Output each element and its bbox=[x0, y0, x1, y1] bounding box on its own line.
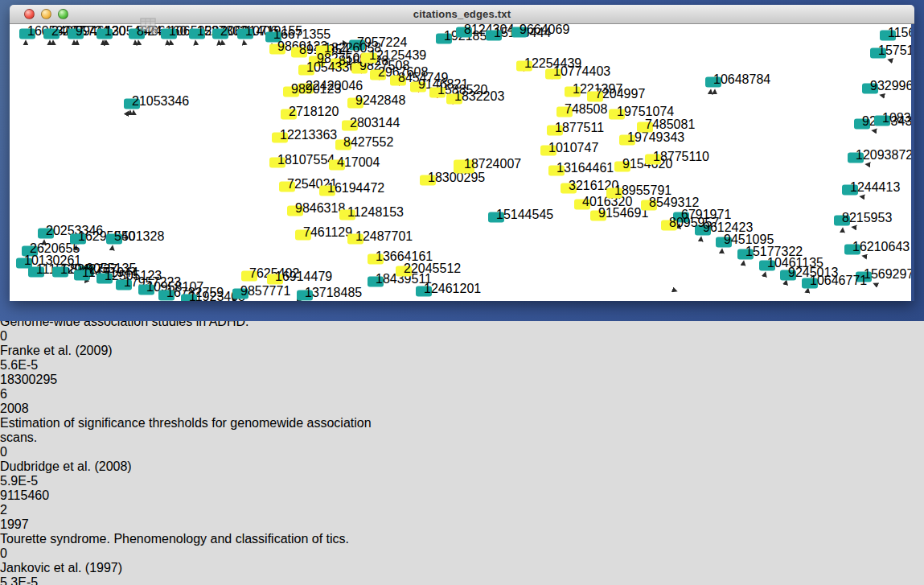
graph-node[interactable]: 12093872 bbox=[848, 148, 911, 163]
table-cell[interactable]: 9115460 bbox=[0, 488, 77, 503]
graph-node[interactable]: 18107554 bbox=[269, 153, 335, 168]
svg-text:15692971: 15692971 bbox=[864, 267, 911, 281]
table-cell[interactable]: 2008 bbox=[0, 402, 53, 416]
graph-node[interactable]: 21053346 bbox=[124, 94, 189, 109]
graph-node[interactable]: 15144545 bbox=[488, 208, 553, 223]
svg-text:2718120: 2718120 bbox=[289, 105, 339, 118]
table-cell[interactable]: Tourette syndrome. Phenomenology and cla… bbox=[0, 532, 400, 546]
svg-text:15144545: 15144545 bbox=[496, 208, 553, 221]
table-row[interactable]: 911546021997Tourette syndrome. Phenomeno… bbox=[0, 488, 924, 585]
table-cell[interactable]: Estimation of significance thresholds fo… bbox=[0, 416, 400, 445]
graph-node[interactable]: 13164461 bbox=[548, 161, 614, 176]
graph-node[interactable]: 13718485 bbox=[297, 286, 362, 301]
table-cell[interactable]: 5.3E-5 bbox=[0, 575, 77, 585]
graph-node[interactable]: 18775110 bbox=[645, 150, 709, 165]
svg-text:8095957: 8095957 bbox=[669, 216, 719, 229]
svg-text:10832803: 10832803 bbox=[882, 111, 911, 125]
graph-node[interactable]: 748508 bbox=[556, 102, 607, 117]
graph-node[interactable]: 16210643 bbox=[844, 240, 910, 255]
graph-node[interactable]: 9857771 bbox=[232, 284, 290, 299]
graph-node[interactable]: 1877511 bbox=[547, 121, 604, 136]
svg-text:11563958: 11563958 bbox=[888, 26, 911, 39]
graph-node[interactable]: 9890123 bbox=[283, 82, 341, 97]
graph-node[interactable]: 11563958 bbox=[880, 26, 911, 41]
graph-node[interactable]: 18300295 bbox=[420, 171, 485, 186]
svg-text:18724007: 18724007 bbox=[464, 157, 521, 171]
graph-node[interactable]: 18724007 bbox=[454, 157, 521, 174]
svg-text:9329966: 9329966 bbox=[870, 79, 911, 93]
graph-node[interactable]: 16914479 bbox=[267, 270, 332, 285]
graph-node[interactable]: 12213363 bbox=[272, 128, 337, 143]
table-cell[interactable]: 1997 bbox=[0, 517, 53, 532]
graph-node[interactable]: 1832203 bbox=[446, 89, 504, 105]
table-cell[interactable]: 0 bbox=[0, 329, 60, 344]
svg-text:12125439: 12125439 bbox=[369, 48, 426, 62]
svg-text:19751074: 19751074 bbox=[617, 105, 674, 118]
graph-node[interactable]: 12487701 bbox=[347, 229, 413, 245]
graph-node[interactable]: 9329966 bbox=[862, 79, 911, 94]
svg-text:5501328: 5501328 bbox=[114, 229, 164, 243]
svg-text:417004: 417004 bbox=[337, 155, 380, 169]
graph-node[interactable]: 9664069 bbox=[511, 24, 569, 38]
table-cell[interactable]: 5.6E-5 bbox=[0, 358, 77, 373]
table-cell[interactable]: Jankovic et al. (1997) bbox=[0, 561, 132, 575]
svg-text:7461129: 7461129 bbox=[303, 225, 352, 239]
svg-text:1877511: 1877511 bbox=[555, 121, 604, 134]
network-canvas[interactable]: 1605328724055724994642013054624846616010… bbox=[10, 24, 911, 301]
graph-node[interactable]: 7485081 bbox=[637, 117, 695, 133]
graph-node[interactable]: 9154691 bbox=[590, 206, 648, 221]
table-cell[interactable]: 5.9E-5 bbox=[0, 474, 77, 488]
svg-text:22045512: 22045512 bbox=[404, 262, 461, 275]
table-cell[interactable]: 0 bbox=[0, 445, 60, 459]
svg-text:9846318: 9846318 bbox=[295, 201, 345, 215]
svg-text:21053346: 21053346 bbox=[132, 94, 189, 108]
svg-text:748508: 748508 bbox=[565, 102, 607, 116]
graph-node[interactable]: 7204997 bbox=[587, 87, 645, 102]
graph-node[interactable]: 12461201 bbox=[416, 282, 481, 297]
graph-node[interactable]: 8427552 bbox=[335, 135, 393, 150]
table-row[interactable]: 1830029562008Estimation of significance … bbox=[0, 373, 924, 488]
graph-node[interactable]: 10646771 bbox=[802, 274, 867, 289]
network-view[interactable]: 1605328724055724994642013054624846616010… bbox=[10, 24, 911, 301]
graph-node[interactable]: 10648784 bbox=[705, 72, 770, 88]
graph-node[interactable]: 1010747 bbox=[540, 141, 598, 156]
svg-text:9664069: 9664069 bbox=[519, 24, 569, 36]
svg-text:19749343: 19749343 bbox=[627, 130, 684, 144]
graph-node[interactable]: 417004 bbox=[329, 155, 380, 171]
svg-text:12093872: 12093872 bbox=[856, 148, 911, 162]
graph-node[interactable]: 10774403 bbox=[545, 64, 610, 80]
graph-node[interactable]: 5501328 bbox=[106, 229, 164, 245]
svg-text:15751074: 15751074 bbox=[878, 43, 911, 57]
svg-text:16914479: 16914479 bbox=[275, 270, 332, 283]
graph-node[interactable]: 8095957 bbox=[661, 216, 719, 231]
table-cell[interactable]: 6 bbox=[0, 387, 76, 402]
table-cell[interactable]: Dudbridge et al. (2008) bbox=[0, 459, 132, 474]
svg-text:10648784: 10648784 bbox=[713, 72, 770, 86]
graph-node[interactable]: 2803144 bbox=[342, 116, 400, 131]
table-cell[interactable]: Franke et al. (2009) bbox=[0, 344, 132, 358]
graph-node[interactable]: 12125439 bbox=[361, 48, 426, 64]
svg-text:16210643: 16210643 bbox=[852, 240, 910, 253]
svg-text:9857771: 9857771 bbox=[240, 284, 290, 298]
svg-text:16194472: 16194472 bbox=[327, 181, 384, 195]
table-cell[interactable]: 0 bbox=[0, 546, 60, 561]
table-cell[interactable]: 2 bbox=[0, 503, 76, 517]
graph-node[interactable]: 19749343 bbox=[619, 130, 684, 146]
graph-node[interactable]: 1244413 bbox=[842, 180, 900, 196]
table-cell[interactable]: 18300295 bbox=[0, 373, 77, 387]
graph-node[interactable]: 9846318 bbox=[287, 201, 345, 216]
graph-node[interactable]: 11248153 bbox=[339, 205, 404, 220]
graph-node[interactable]: 15751074 bbox=[870, 43, 911, 59]
graph-node[interactable]: 22045512 bbox=[396, 262, 461, 277]
graph-node[interactable]: 10832803 bbox=[874, 111, 911, 126]
graph-node[interactable]: 8215953 bbox=[834, 211, 892, 226]
graph-node[interactable]: 7461129 bbox=[295, 225, 352, 241]
graph-node[interactable]: 8549312 bbox=[641, 196, 699, 211]
graph-node[interactable]: 16194472 bbox=[319, 181, 384, 196]
graph-node[interactable]: 2718120 bbox=[281, 105, 339, 120]
svg-text:13164461: 13164461 bbox=[556, 161, 614, 175]
svg-text:1832203: 1832203 bbox=[454, 89, 504, 103]
svg-text:9890123: 9890123 bbox=[291, 82, 341, 96]
graph-node[interactable]: 9242848 bbox=[347, 93, 405, 109]
svg-text:12487701: 12487701 bbox=[355, 229, 413, 243]
